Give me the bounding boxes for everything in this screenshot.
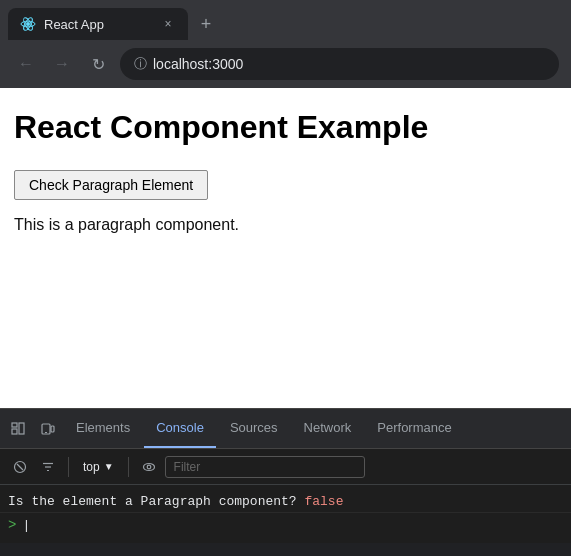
lock-icon: ⓘ <box>134 55 147 73</box>
new-tab-button[interactable]: + <box>192 10 220 38</box>
console-prompt[interactable]: > | <box>0 513 571 537</box>
filter-input[interactable] <box>165 456 365 478</box>
tab-console-label: Console <box>156 420 204 435</box>
tab-close-button[interactable]: × <box>160 16 176 32</box>
tab-performance[interactable]: Performance <box>365 409 463 448</box>
address-bar: ← → ↻ ⓘ localhost:3000 <box>0 40 571 88</box>
forward-icon: → <box>54 55 70 73</box>
url-text: localhost:3000 <box>153 56 243 72</box>
url-bar[interactable]: ⓘ localhost:3000 <box>120 48 559 80</box>
console-output: Is the element a Paragraph component? fa… <box>0 485 571 543</box>
tab-bar: React App × + <box>0 0 571 40</box>
prompt-arrow: > <box>8 517 16 533</box>
filter-toggle-button[interactable] <box>36 455 60 479</box>
console-line-1: Is the element a Paragraph component? fa… <box>0 491 571 513</box>
svg-rect-6 <box>19 423 24 434</box>
check-paragraph-button[interactable]: Check Paragraph Element <box>14 170 208 200</box>
console-line-1-space <box>297 494 305 509</box>
svg-rect-4 <box>12 423 17 427</box>
context-selector[interactable]: top ▼ <box>77 458 120 476</box>
devtools-tab-bar: Elements Console Sources Network Perform… <box>0 409 571 449</box>
tab-network-label: Network <box>304 420 352 435</box>
tab-console[interactable]: Console <box>144 409 216 448</box>
page-heading: React Component Example <box>14 108 557 146</box>
svg-line-11 <box>17 464 23 470</box>
devtools-inspect-button[interactable] <box>4 415 32 443</box>
toolbar-divider <box>68 457 69 477</box>
svg-point-15 <box>143 463 154 470</box>
tab-performance-label: Performance <box>377 420 451 435</box>
tab-network[interactable]: Network <box>292 409 364 448</box>
page-content: React Component Example Check Paragraph … <box>0 88 571 408</box>
console-line-1-label: Is the element a Paragraph component? <box>8 494 297 509</box>
devtools-device-button[interactable] <box>34 415 62 443</box>
tab-favicon <box>20 16 36 32</box>
svg-rect-5 <box>12 429 17 434</box>
refresh-icon: ↻ <box>92 55 105 74</box>
context-label: top <box>83 460 100 474</box>
prompt-cursor: | <box>22 518 30 533</box>
console-line-1-value: false <box>304 494 343 509</box>
back-icon: ← <box>18 55 34 73</box>
browser-tab[interactable]: React App × <box>8 8 188 40</box>
devtools-toolbar: top ▼ <box>0 449 571 485</box>
paragraph-text: This is a paragraph component. <box>14 216 557 234</box>
toolbar-divider-2 <box>128 457 129 477</box>
chevron-down-icon: ▼ <box>104 461 114 472</box>
browser-chrome: React App × + ← → ↻ ⓘ localhost:3000 <box>0 0 571 88</box>
tab-elements[interactable]: Elements <box>64 409 142 448</box>
clear-console-button[interactable] <box>8 455 32 479</box>
eye-icon-button[interactable] <box>137 455 161 479</box>
back-button[interactable]: ← <box>12 50 40 78</box>
svg-point-0 <box>26 22 30 26</box>
svg-point-16 <box>147 465 151 469</box>
devtools-panel: Elements Console Sources Network Perform… <box>0 408 571 543</box>
refresh-button[interactable]: ↻ <box>84 50 112 78</box>
tab-title: React App <box>44 17 152 32</box>
tab-sources-label: Sources <box>230 420 278 435</box>
forward-button[interactable]: → <box>48 50 76 78</box>
tab-sources[interactable]: Sources <box>218 409 290 448</box>
tab-elements-label: Elements <box>76 420 130 435</box>
svg-rect-8 <box>51 426 54 432</box>
